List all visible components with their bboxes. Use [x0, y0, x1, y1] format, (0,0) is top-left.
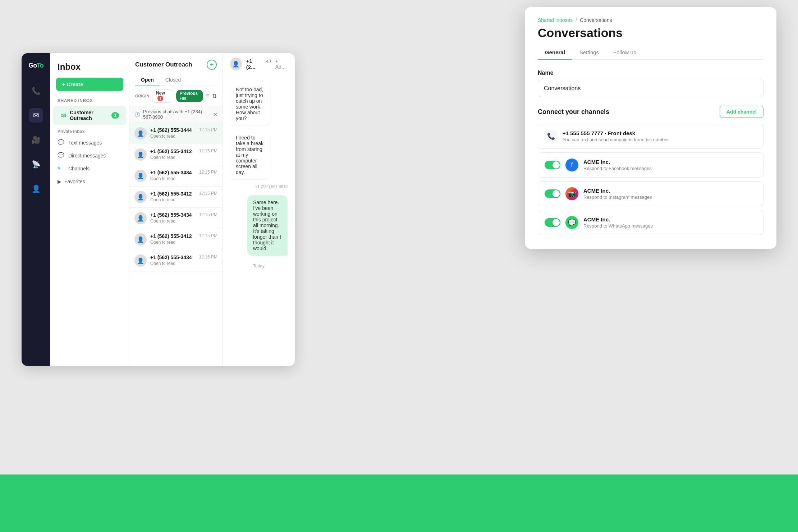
conv-avatar-1: 👤	[134, 127, 147, 139]
tab-open[interactable]: Open	[135, 74, 160, 86]
clock-icon: 🕐	[134, 112, 140, 117]
name-field-label: Name	[538, 70, 763, 76]
private-item-text-messages[interactable]: 💬 Text messages	[50, 136, 129, 149]
private-item-channels[interactable]: # Channels	[50, 162, 129, 175]
create-button[interactable]: + Create	[56, 78, 123, 91]
previous-chats-banner: 🕐 Previous chats with +1 (234) 567-8900 …	[129, 106, 223, 123]
whatsapp-channel-icon: 💬	[565, 216, 578, 229]
channel-card-phone: 📞 +1 555 555 7777 · Front desk You can t…	[538, 124, 763, 149]
conv-item-1[interactable]: 👤 +1 (562) 555-3444 Open to read 12:15 P…	[129, 123, 223, 144]
tab-closed[interactable]: Closed	[160, 74, 187, 86]
chat-bubble-2: I need to take a break from staring at m…	[230, 130, 270, 179]
name-input[interactable]	[538, 80, 763, 97]
channel-card-instagram: 📷 ACME Inc. Respond to Instagram message…	[538, 181, 763, 206]
channel-card-whatsapp: 💬 ACME Inc. Respond to WhatsApp messages	[538, 210, 763, 235]
conv-avatar-7: 👤	[134, 254, 147, 267]
tag-icon[interactable]: 🏷	[266, 58, 271, 70]
conv-item-3[interactable]: 👤 +1 (562) 555-3434 Open to read 12:15 P…	[129, 165, 223, 187]
channels-section-header: Connect your channels Add channel	[538, 106, 763, 118]
modal-tab-followup[interactable]: Follow up	[606, 46, 643, 60]
conv-number-4: +1 (562) 555-3412	[150, 191, 196, 197]
sort-icon[interactable]: ⇅	[212, 93, 217, 100]
conversation-list: 👤 +1 (562) 555-3444 Open to read 12:15 P…	[129, 123, 223, 366]
conv-status-6: Open to read	[150, 240, 196, 245]
facebook-channel-desc: Respond to Facebook messages	[583, 166, 757, 171]
text-messages-label: Text messages	[68, 140, 102, 146]
conv-info-4: +1 (562) 555-3412 Open to read	[150, 191, 196, 202]
conv-item-5[interactable]: 👤 +1 (562) 555-3434 Open to read 12:15 P…	[129, 208, 223, 229]
inbox-title: Inbox	[50, 62, 129, 78]
conv-item-6[interactable]: 👤 +1 (562) 555-3412 Open to read 12:15 P…	[129, 229, 223, 250]
conv-number-3: +1 (562) 555-3434	[150, 170, 196, 175]
sidebar-item-customer-outreach[interactable]: ✉ Customer Outreach 1	[53, 106, 126, 125]
conv-avatar-3: 👤	[134, 170, 147, 182]
chat-bubble-1: Not too bad, just trying to catch up on …	[230, 82, 270, 125]
instagram-channel-desc: Respond to Instagram messages	[583, 194, 757, 200]
shared-inbox-badge: 1	[111, 112, 119, 119]
facebook-channel-name: ACME Inc.	[583, 159, 757, 165]
breadcrumb-shared-inboxes[interactable]: Shared inboxes	[538, 17, 573, 23]
facebook-toggle[interactable]	[545, 161, 560, 169]
whatsapp-toggle[interactable]	[545, 218, 560, 227]
add-channel-button[interactable]: Add channel	[720, 106, 763, 118]
conv-time-7: 12:15 PM	[199, 254, 217, 260]
origin-label: ORIGIN	[135, 94, 149, 98]
modal-tab-general[interactable]: General	[538, 46, 572, 60]
conv-tab-bar: Open Closed	[135, 74, 217, 86]
instagram-toggle[interactable]	[545, 189, 560, 198]
inbox-window: GoTo 📞 ✉ 🎥 📡 👤 Inbox + Create Shared inb…	[22, 53, 295, 366]
add-conversation-button[interactable]: +	[207, 60, 217, 70]
conv-info-7: +1 (562) 555-3434 Open to read	[150, 254, 196, 266]
channels-icon: #	[58, 165, 65, 172]
nav-radio-icon[interactable]: 📡	[29, 157, 43, 171]
conv-item-2[interactable]: 👤 +1 (562) 555-3412 Open to read 12:15 P…	[129, 144, 223, 165]
favorites-label: Favorites	[64, 179, 85, 184]
conv-list-title-text: Customer Outreach	[135, 61, 192, 68]
close-previous-chats-button[interactable]: ✕	[213, 111, 217, 118]
chat-date-divider: Today	[230, 263, 288, 269]
conv-time-2: 12:15 PM	[199, 148, 217, 153]
chat-sender-info: +1 (234) 567 8910	[230, 184, 288, 189]
add-action-icon[interactable]: + Ad...	[275, 58, 288, 70]
conv-info-5: +1 (562) 555-3434 Open to read	[150, 212, 196, 224]
conv-status-3: Open to read	[150, 176, 196, 181]
conv-number-2: +1 (562) 555-3412	[150, 148, 196, 154]
conv-item-4[interactable]: 👤 +1 (562) 555-3412 Open to read 12:15 P…	[129, 187, 223, 208]
nav-contacts-icon[interactable]: 👤	[29, 182, 43, 196]
chip-previous[interactable]: Previous +99	[176, 90, 203, 102]
chat-header-avatar: 👤	[230, 58, 242, 70]
chip-new[interactable]: New 1	[152, 89, 173, 103]
conv-time-1: 12:15 PM	[199, 127, 217, 132]
instagram-channel-icon: 📷	[565, 187, 578, 200]
chat-area: 👤 +1 (2... 🏷 + Ad... Not too bad, just t…	[223, 53, 295, 366]
channels-section-title: Connect your channels	[538, 108, 609, 116]
nav-video-icon[interactable]: 🎥	[29, 133, 43, 147]
modal-tabs: General Settings Follow up	[538, 46, 763, 60]
chat-header-actions: 🏷 + Ad...	[266, 58, 288, 70]
conv-avatar-2: 👤	[134, 148, 147, 161]
whatsapp-channel-info: ACME Inc. Respond to WhatsApp messages	[583, 216, 757, 229]
chat-header-number: +1 (2...	[246, 58, 262, 70]
phone-channel-icon: 📞	[545, 130, 558, 143]
private-item-direct-messages[interactable]: 💬 Direct messages	[50, 149, 129, 162]
conv-info-3: +1 (562) 555-3434 Open to read	[150, 170, 196, 181]
filter-row: ORIGIN New 1 Previous +99 ≡ ⇅	[129, 86, 223, 106]
breadcrumb-separator: /	[575, 17, 577, 23]
conv-number-1: +1 (562) 555-3444	[150, 127, 196, 133]
previous-chats-text: Previous chats with +1 (234) 567-8900	[143, 109, 210, 120]
direct-messages-label: Direct messages	[68, 153, 106, 159]
channels-label: Channels	[68, 166, 90, 171]
new-count: 1	[157, 96, 163, 101]
nav-phone-icon[interactable]: 📞	[29, 84, 43, 98]
conv-info-1: +1 (562) 555-3444 Open to read	[150, 127, 196, 139]
private-inbox-label: Private inbox	[50, 125, 129, 136]
modal-tab-settings[interactable]: Settings	[572, 46, 606, 60]
phone-channel-info: +1 555 555 7777 · Front desk You can tex…	[563, 130, 757, 142]
favorites-item[interactable]: ▶ Favorites	[50, 175, 129, 188]
conv-avatar-6: 👤	[134, 233, 147, 246]
conv-item-7[interactable]: 👤 +1 (562) 555-3434 Open to read 12:15 P…	[129, 250, 223, 271]
whatsapp-channel-desc: Respond to WhatsApp messages	[583, 223, 757, 229]
modal-title: Conversations	[538, 26, 763, 40]
filter-icon[interactable]: ≡	[206, 93, 209, 100]
nav-inbox-icon[interactable]: ✉	[29, 108, 43, 123]
